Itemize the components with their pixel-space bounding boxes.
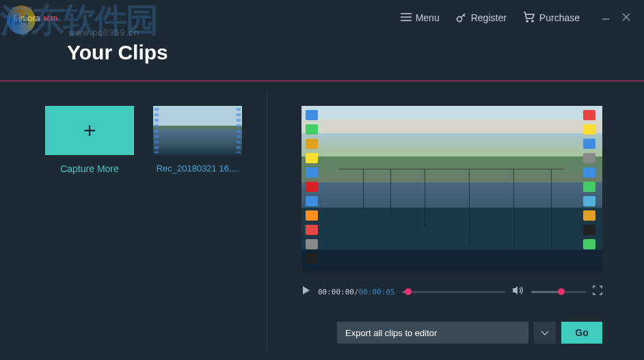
- svg-point-7: [532, 20, 533, 22]
- capture-more-label: Capture More: [60, 163, 119, 174]
- volume-slider[interactable]: [531, 291, 586, 293]
- volume-thumb[interactable]: [558, 288, 565, 295]
- cart-icon: [523, 12, 535, 25]
- plus-icon: +: [83, 118, 96, 143]
- window-controls: [602, 12, 630, 23]
- watermark-logo-circle: [7, 5, 36, 34]
- clip-thumbnail[interactable]: [153, 106, 242, 155]
- menu-label: Menu: [416, 12, 440, 23]
- purchase-button[interactable]: Purchase: [523, 12, 580, 25]
- progress-slider[interactable]: [402, 291, 505, 293]
- capture-more-button[interactable]: +: [45, 106, 134, 155]
- page-title-area: www.pc0359.cn Your Clips: [0, 36, 644, 81]
- watermark-url: www.pc0359.cn: [68, 27, 139, 38]
- export-select[interactable]: Export all clips to editor: [337, 322, 528, 344]
- svg-point-3: [457, 16, 461, 21]
- current-time: 00:00:00: [318, 288, 354, 296]
- clip-tile: Rec_20180321 16....: [153, 106, 242, 174]
- svg-point-6: [526, 20, 528, 22]
- total-time: 00:00:05: [359, 288, 395, 296]
- header-right: Menu Register Purchase: [401, 12, 630, 25]
- export-row: Export all clips to editor Go: [301, 322, 602, 344]
- go-label: Go: [575, 327, 588, 338]
- register-label: Register: [471, 12, 507, 23]
- player-controls: 00:00:00/00:00:05: [301, 275, 602, 303]
- export-select-label: Export all clips to editor: [345, 328, 437, 338]
- minimize-button[interactable]: [602, 12, 610, 23]
- fullscreen-button[interactable]: [593, 286, 602, 298]
- logo-accent: scrn: [43, 14, 57, 22]
- preview-desktop-icons-right: [583, 110, 598, 268]
- page-title: Your Clips: [67, 41, 644, 64]
- key-icon: [456, 12, 467, 25]
- svg-line-5: [464, 15, 465, 16]
- menu-button[interactable]: Menu: [401, 12, 440, 24]
- clip-filename: Rec_20180321 16....: [157, 163, 239, 174]
- timecode: 00:00:00/00:00:05: [318, 288, 395, 296]
- progress-thumb[interactable]: [405, 288, 412, 295]
- video-preview[interactable]: [301, 106, 602, 275]
- register-button[interactable]: Register: [456, 12, 507, 25]
- preview-desktop-icons-left: [306, 110, 321, 268]
- clips-panel: + Capture More Rec_20180321 16....: [0, 106, 267, 360]
- export-dropdown-toggle[interactable]: [534, 322, 556, 344]
- purchase-label: Purchase: [539, 12, 580, 23]
- go-button[interactable]: Go: [561, 322, 602, 344]
- menu-icon: [401, 12, 412, 24]
- main-content: + Capture More Rec_20180321 16....: [0, 81, 644, 360]
- close-button[interactable]: [622, 12, 630, 23]
- chevron-down-icon: [541, 327, 549, 339]
- volume-icon[interactable]: [512, 286, 524, 298]
- preview-panel: 00:00:00/00:00:05 Export all clips to ed…: [267, 106, 644, 360]
- capture-more-tile: + Capture More: [45, 106, 134, 174]
- play-button[interactable]: [301, 286, 311, 298]
